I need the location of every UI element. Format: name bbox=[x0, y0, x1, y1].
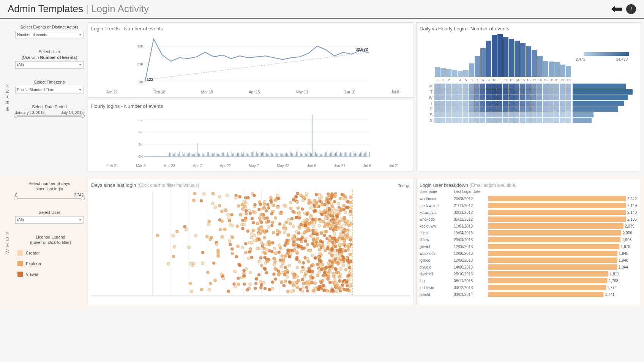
breakdown-row[interactable]: dwchidil25/10/20131,811 bbox=[420, 270, 637, 277]
legend-item[interactable]: Viewer bbox=[17, 272, 84, 277]
heatmap-cell[interactable] bbox=[440, 118, 445, 123]
day-bar[interactable] bbox=[573, 106, 618, 112]
hour-bar[interactable] bbox=[480, 48, 486, 77]
heatmap-cell[interactable] bbox=[486, 84, 491, 89]
heatmap-cell[interactable] bbox=[531, 118, 537, 123]
heatmap-cell[interactable] bbox=[491, 89, 497, 95]
days-slider[interactable] bbox=[15, 198, 84, 199]
heatmap-cell[interactable] bbox=[457, 101, 462, 106]
hour-bar[interactable] bbox=[497, 34, 503, 77]
heatmap-cell[interactable] bbox=[486, 106, 491, 112]
heatmap-cell[interactable] bbox=[565, 106, 571, 112]
heatmap-cell[interactable] bbox=[451, 84, 457, 89]
heatmap-cell[interactable] bbox=[514, 106, 519, 112]
heatmap-cell[interactable] bbox=[520, 118, 525, 123]
heatmap-cell[interactable] bbox=[554, 106, 559, 112]
hour-bar[interactable] bbox=[515, 41, 520, 77]
breakdown-row[interactable]: wdukluck10/06/20131,948 bbox=[420, 250, 637, 257]
heatmap-cell[interactable] bbox=[565, 112, 571, 117]
heatmap-cell[interactable] bbox=[543, 89, 548, 95]
heatmap-cell[interactable] bbox=[537, 89, 542, 95]
day-bar[interactable] bbox=[573, 101, 624, 106]
heatmap-cell[interactable] bbox=[543, 106, 548, 112]
heatmap-cell[interactable] bbox=[503, 84, 508, 89]
hour-bar[interactable] bbox=[475, 56, 480, 77]
heatmap-cell[interactable] bbox=[543, 84, 548, 89]
heatmap-cell[interactable] bbox=[451, 95, 457, 100]
heatmap-cell[interactable] bbox=[520, 89, 525, 95]
heatmap-cell[interactable] bbox=[440, 112, 445, 117]
heatmap-cell[interactable] bbox=[508, 118, 514, 123]
heatmap-cell[interactable] bbox=[469, 95, 474, 100]
hour-bar[interactable] bbox=[469, 63, 474, 77]
heatmap-cell[interactable] bbox=[514, 118, 519, 123]
heatmap-cell[interactable] bbox=[440, 89, 445, 95]
heatmap-cell[interactable] bbox=[451, 106, 457, 112]
heatmap-cell[interactable] bbox=[548, 106, 554, 112]
heatmap-cell[interactable] bbox=[457, 95, 462, 100]
heatmap-cell[interactable] bbox=[457, 118, 462, 123]
breakdown-list[interactable]: wcollocco20/08/20122,242lpodzwoldd21/11/… bbox=[420, 195, 637, 302]
heatmap-cell[interactable] bbox=[548, 95, 554, 100]
heatmap-cell[interactable] bbox=[491, 112, 497, 117]
breakdown-row[interactable]: kduwulvui30/11/20122,140 bbox=[420, 209, 637, 216]
heatmap-cell[interactable] bbox=[434, 84, 440, 89]
hour-bar[interactable] bbox=[458, 71, 463, 77]
hourly-chart[interactable]: 0K1K2K3K bbox=[91, 111, 410, 164]
heatmap-cell[interactable] bbox=[514, 101, 519, 106]
heatmap-cell[interactable] bbox=[491, 106, 497, 112]
heatmap-cell[interactable] bbox=[514, 112, 519, 117]
heatmap-cell[interactable] bbox=[463, 84, 468, 89]
heatmap-cell[interactable] bbox=[491, 101, 497, 106]
breakdown-row[interactable]: joddilwid03/12/20131,772 bbox=[420, 284, 637, 291]
hour-bar[interactable] bbox=[509, 39, 514, 77]
heatmap-cell[interactable] bbox=[469, 89, 474, 95]
slider-handle-right[interactable] bbox=[81, 196, 85, 200]
breakdown-row[interactable]: lgilkod12/06/20131,946 bbox=[420, 257, 637, 264]
heatmap-cell[interactable] bbox=[497, 106, 502, 112]
hour-bar[interactable] bbox=[532, 50, 537, 77]
heatmap-cell[interactable] bbox=[548, 84, 554, 89]
heatmap-cell[interactable] bbox=[520, 95, 525, 100]
heatmap-cell[interactable] bbox=[508, 89, 514, 95]
breakdown-row[interactable]: jjidwid12/05/20131,978 bbox=[420, 243, 637, 250]
heatmap-cell[interactable] bbox=[486, 89, 491, 95]
heatmap-cell[interactable] bbox=[463, 106, 468, 112]
heatmap-cell[interactable] bbox=[446, 118, 451, 123]
heatmap-cell[interactable] bbox=[503, 118, 508, 123]
heatmap-cell[interactable] bbox=[434, 89, 440, 95]
breakdown-row[interactable]: dilluw23/04/20131,996 bbox=[420, 236, 637, 243]
breakdown-row[interactable]: wcollocco20/08/20122,242 bbox=[420, 195, 637, 202]
info-icon[interactable]: i bbox=[626, 4, 636, 14]
hour-bar[interactable] bbox=[492, 35, 497, 77]
heatmap-cell[interactable] bbox=[451, 112, 457, 117]
slider-handle-left[interactable] bbox=[14, 114, 18, 118]
heatmap-cell[interactable] bbox=[537, 118, 542, 123]
heatmap-cell[interactable] bbox=[537, 112, 542, 117]
heatmap-cell[interactable] bbox=[486, 101, 491, 106]
heatmap-cell[interactable] bbox=[565, 101, 571, 106]
heatmap-cell[interactable] bbox=[457, 112, 462, 117]
heatmap-cell[interactable] bbox=[508, 101, 514, 106]
heatmap-cell[interactable] bbox=[560, 89, 565, 95]
heatmap-cell[interactable] bbox=[537, 106, 542, 112]
heatmap-cell[interactable] bbox=[554, 84, 559, 89]
user-dropdown[interactable]: (All) ▼ bbox=[15, 61, 84, 69]
hour-bar[interactable] bbox=[566, 66, 571, 77]
heatmap-cell[interactable] bbox=[480, 112, 485, 117]
hour-bar[interactable] bbox=[554, 62, 560, 77]
heatmap-cell[interactable] bbox=[548, 112, 554, 117]
hour-bar[interactable] bbox=[440, 68, 446, 77]
heatmap-cell[interactable] bbox=[514, 95, 519, 100]
events-dropdown[interactable]: Number of events ▼ bbox=[15, 31, 84, 38]
hour-bar[interactable] bbox=[446, 69, 451, 77]
heatmap-cell[interactable] bbox=[520, 84, 525, 89]
hour-bar[interactable] bbox=[520, 43, 526, 77]
heatmap-cell[interactable] bbox=[474, 118, 480, 123]
heatmap-cell[interactable] bbox=[531, 95, 537, 100]
heatmap-cell[interactable] bbox=[451, 118, 457, 123]
heatmap-cell[interactable] bbox=[531, 84, 537, 89]
hour-bar[interactable] bbox=[560, 65, 565, 77]
slider-handle-right[interactable] bbox=[81, 114, 85, 118]
heatmap-cell[interactable] bbox=[451, 89, 457, 95]
